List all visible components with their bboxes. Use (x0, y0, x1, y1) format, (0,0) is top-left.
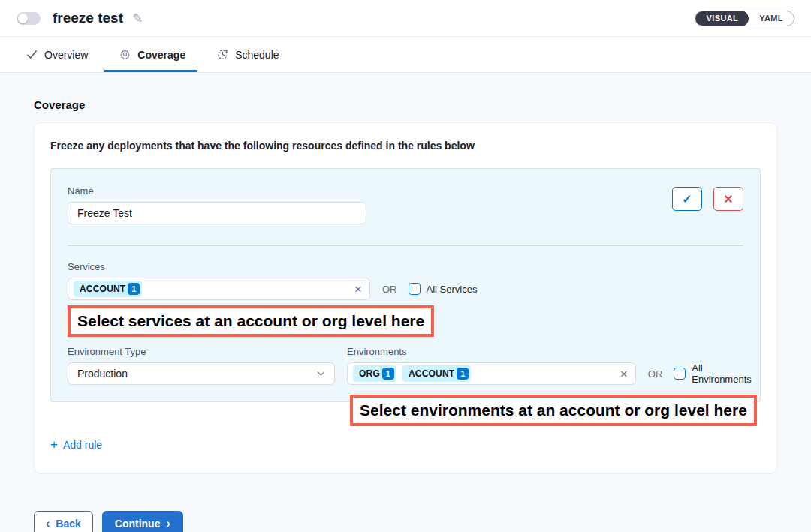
toggle-knob (18, 14, 28, 23)
environment-type-select[interactable]: Production (68, 362, 335, 385)
all-environments-checkbox[interactable] (674, 368, 686, 380)
page-title: freeze test (53, 10, 123, 26)
clear-environments-icon[interactable]: × (620, 368, 628, 380)
tab-bar: Overview Coverage Schedule (0, 37, 811, 73)
continue-button[interactable]: Continue › (102, 511, 183, 532)
environment-scope-tag[interactable]: ACCOUNT 1 (402, 365, 471, 382)
chevron-down-icon (317, 371, 325, 377)
coverage-section-title: Coverage (34, 98, 777, 111)
services-or-label: OR (382, 284, 397, 295)
tab-schedule[interactable]: Schedule (217, 37, 279, 72)
rule-panel: Name ✓ ✕ Services ACCOUNT (50, 168, 761, 402)
tab-coverage[interactable]: Coverage (119, 37, 185, 72)
tag-count-badge: 1 (457, 368, 469, 380)
check-icon (26, 49, 38, 60)
services-label: Services (68, 261, 743, 272)
tag-scope-label: ACCOUNT (80, 284, 125, 294)
all-services-label: All Services (427, 284, 478, 295)
visual-toggle-button[interactable]: VISUAL (695, 11, 749, 26)
environments-multiselect[interactable]: ORG 1 ACCOUNT 1 × (347, 362, 636, 385)
yaml-toggle-button[interactable]: YAML (749, 11, 794, 26)
clear-services-icon[interactable]: × (354, 283, 362, 296)
environments-annotation: Select environments at an account or org… (350, 395, 757, 426)
plus-icon: + (50, 438, 58, 451)
tag-scope-label: ORG (359, 368, 380, 379)
tag-count-badge: 1 (382, 368, 394, 380)
environments-label: Environments (347, 346, 762, 357)
header: freeze test ✎ VISUAL YAML (0, 0, 811, 37)
gear-icon (119, 49, 131, 60)
service-scope-tag[interactable]: ACCOUNT 1 (74, 281, 142, 297)
continue-button-label: Continue (115, 518, 161, 530)
tab-schedule-label: Schedule (235, 49, 279, 61)
edit-pencil-icon[interactable]: ✎ (132, 12, 143, 25)
tag-scope-label: ACCOUNT (409, 368, 454, 379)
coverage-description: Freeze any deployments that have the fol… (50, 140, 761, 152)
tab-coverage-label: Coverage (137, 49, 185, 61)
environments-or-label: OR (648, 368, 663, 380)
name-label: Name (68, 185, 366, 197)
environment-scope-tag[interactable]: ORG 1 (353, 365, 396, 382)
tab-overview-label: Overview (44, 49, 88, 61)
environment-type-label: Environment Type (68, 346, 335, 357)
services-annotation: Select services at an account or org lev… (68, 305, 434, 337)
x-icon: ✕ (723, 192, 733, 206)
add-rule-label: Add rule (63, 439, 102, 451)
tag-count-badge: 1 (128, 283, 140, 295)
back-button[interactable]: ‹ Back (34, 511, 93, 532)
services-multiselect[interactable]: ACCOUNT 1 × (68, 278, 370, 300)
environment-type-value: Production (77, 368, 128, 380)
chevron-left-icon: ‹ (46, 518, 50, 530)
check-icon: ✓ (682, 192, 692, 206)
footer-actions: ‹ Back Continue › (34, 511, 777, 532)
add-rule-button[interactable]: + Add rule (50, 438, 102, 451)
tab-overview[interactable]: Overview (26, 37, 88, 72)
confirm-rule-button[interactable]: ✓ (672, 187, 702, 211)
panel-divider (68, 245, 743, 246)
content-area: Coverage Freeze any deployments that hav… (0, 73, 811, 532)
all-services-checkbox[interactable] (409, 283, 421, 295)
view-mode-toggle: VISUAL YAML (695, 11, 794, 26)
rule-name-input[interactable] (68, 202, 366, 224)
back-button-label: Back (56, 518, 80, 530)
delete-rule-button[interactable]: ✕ (713, 187, 743, 211)
coverage-card: Freeze any deployments that have the fol… (34, 122, 777, 473)
freeze-enable-toggle[interactable] (17, 12, 41, 25)
all-environments-label: All Environments (692, 362, 762, 385)
schedule-clock-icon (217, 49, 228, 60)
chevron-right-icon: › (166, 518, 170, 530)
